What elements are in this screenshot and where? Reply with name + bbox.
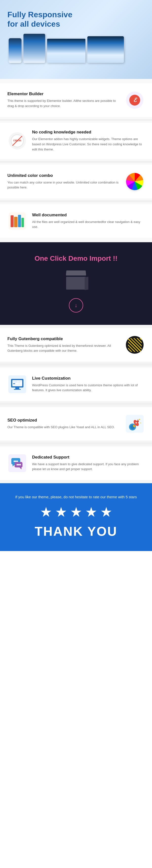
feature-support-icon-wrap [7, 453, 27, 473]
svg-point-22 [13, 461, 15, 462]
feature-elementor: Elementor Builder This theme is supporte… [0, 83, 152, 117]
rate-text: If you like our theme, please, do not he… [7, 494, 145, 500]
feature-gutenberg-icon-wrap [125, 335, 145, 355]
feature-color-title: Unlimited color combo [7, 173, 120, 178]
divider-2 [0, 161, 152, 163]
feature-seo-title: SEO optimized [7, 418, 120, 423]
feature-no-coding: No coding knowledge needed Our Elementor… [0, 123, 152, 159]
feature-color-content: Unlimited color combo You can match any … [7, 173, 120, 190]
divider-4 [0, 364, 152, 366]
more-features-section: Fully Gutenberg compatible This Theme is… [0, 325, 152, 483]
elementor-icon: ℰ [126, 92, 143, 109]
rocket-svg: ★ ★ [128, 416, 142, 431]
svg-point-26 [18, 464, 20, 465]
svg-rect-6 [18, 382, 21, 383]
svg-rect-3 [14, 389, 21, 390]
elementor-e-icon: ℰ [129, 95, 140, 105]
stars-row: ★ ★ ★ ★ ★ [7, 505, 145, 519]
star-1: ★ [40, 505, 52, 519]
star-4: ★ [85, 505, 97, 519]
box-3d [64, 270, 88, 289]
live-custom-icon [8, 375, 26, 393]
thankyou-text: THANK YOU [7, 524, 145, 539]
feature-docs-desc: All the files are well organized & well … [32, 220, 145, 230]
feature-no-coding-icon-wrap: CODING [7, 131, 27, 151]
feature-no-coding-title: No coding knowledge needed [32, 130, 145, 135]
feature-color-combo: Unlimited color combo You can match any … [0, 165, 152, 198]
feature-support-desc: We have a support team to give dedicated… [32, 462, 145, 472]
feature-seo-icon-wrap: ★ ★ [125, 414, 145, 434]
color-wheel-icon [126, 173, 143, 190]
feature-support-content: Dedicated Support We have a support team… [32, 455, 145, 472]
laptop-device [47, 39, 85, 63]
feature-elementor-title: Elementor Builder [7, 92, 120, 96]
docs-icon [9, 212, 26, 230]
tablet-small [24, 34, 45, 63]
svg-rect-5 [18, 381, 22, 382]
star-3: ★ [70, 505, 82, 519]
svg-marker-21 [20, 467, 22, 469]
box-side [85, 277, 88, 290]
devices-mockup [7, 34, 145, 63]
gutenberg-pattern [128, 338, 142, 352]
docs-books [10, 215, 24, 227]
svg-rect-2 [15, 388, 19, 389]
feature-gutenberg-content: Fully Gutenberg compatible This Theme is… [7, 336, 120, 354]
feature-color-icon-wrap [125, 172, 145, 191]
svg-point-27 [20, 464, 21, 465]
features-section: Elementor Builder This theme is supporte… [0, 79, 152, 242]
feature-no-coding-content: No coding knowledge needed Our Elementor… [32, 130, 145, 152]
no-coding-icon: CODING [9, 132, 26, 150]
phone-device [9, 38, 22, 63]
feature-docs-title: Well documented [32, 213, 145, 218]
feature-seo-content: SEO optimized Our Theme is compatible wi… [7, 418, 120, 430]
svg-point-25 [17, 464, 18, 465]
support-icon [8, 454, 26, 472]
one-click-colored: One Click [34, 254, 66, 262]
feature-live-custom-title: Live Customization [32, 376, 145, 381]
feature-support-title: Dedicated Support [32, 455, 145, 460]
star-5: ★ [100, 505, 112, 519]
feature-docs-content: Well documented All the files are well o… [32, 213, 145, 230]
feature-docs: Well documented All the files are well o… [0, 204, 152, 238]
one-click-normal: Demo Import !! [68, 254, 117, 262]
download-circle: ↓ [69, 298, 83, 312]
feature-live-custom-desc: WordPress Customizer is used here to cus… [32, 383, 145, 393]
star-2: ★ [55, 505, 67, 519]
thankyou-section: If you like our theme, please, do not he… [0, 483, 152, 551]
feature-live-custom: Live Customization WordPress Customizer … [0, 368, 152, 401]
one-click-title: One Click Demo Import !! [34, 254, 117, 262]
box-top [66, 271, 86, 276]
feature-elementor-content: Elementor Builder This theme is supporte… [7, 92, 120, 109]
support-svg [10, 456, 24, 470]
seo-icon: ★ ★ [126, 415, 144, 433]
feature-seo: SEO optimized Our Theme is compatible wi… [0, 407, 152, 440]
svg-rect-7 [13, 383, 15, 384]
svg-point-23 [15, 461, 17, 462]
feature-support: Dedicated Support We have a support team… [0, 446, 152, 480]
feature-elementor-desc: This theme is supported by Elementor bui… [7, 98, 120, 109]
hero-section: Fully Responsive for all devices [0, 0, 152, 79]
feature-docs-icon-wrap [7, 211, 27, 231]
svg-point-24 [17, 461, 18, 462]
feature-elementor-icon-wrap: ℰ [125, 90, 145, 110]
feature-color-desc: You can match any color scene in your we… [7, 180, 120, 190]
divider-1 [0, 119, 152, 121]
feature-gutenberg-desc: This Theme is Gutenberg optimized & test… [7, 343, 120, 354]
monitor-svg [10, 378, 25, 391]
one-click-section: One Click Demo Import !! ↓ [0, 242, 152, 325]
box-front [66, 277, 86, 289]
svg-point-13 [135, 422, 137, 424]
divider-6 [0, 442, 152, 444]
svg-text:★: ★ [139, 418, 141, 421]
gutenberg-icon [126, 336, 144, 354]
svg-rect-4 [13, 381, 18, 383]
svg-rect-8 [13, 384, 22, 385]
hero-title: Fully Responsive for all devices [7, 10, 145, 29]
feature-live-custom-content: Live Customization WordPress Customizer … [32, 376, 145, 393]
svg-text:★: ★ [140, 422, 142, 424]
feature-live-custom-icon-wrap [7, 374, 27, 394]
divider-5 [0, 403, 152, 405]
feature-seo-desc: Our Theme is compatible with SEO plugins… [7, 425, 120, 430]
download-arrow-icon: ↓ [75, 302, 78, 309]
